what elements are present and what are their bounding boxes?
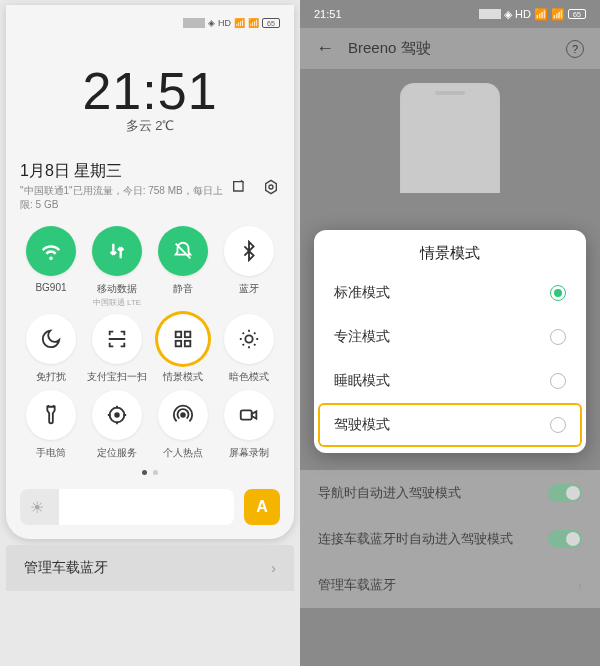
battery-icon: 65	[262, 18, 280, 28]
tile-label: 定位服务	[97, 446, 137, 460]
dialog-title: 情景模式	[314, 244, 586, 271]
row-label: 管理车载蓝牙	[24, 559, 108, 577]
data-usage-text: "中国联通1"已用流量，今日: 758 MB，每日上限: 5 GB	[20, 184, 230, 212]
tile-label: 个人热点	[163, 446, 203, 460]
bt-icon[interactable]	[224, 226, 274, 276]
svg-rect-3	[185, 332, 191, 338]
signal-icon: 📶	[534, 8, 548, 21]
hotspot-icon[interactable]	[158, 390, 208, 440]
page-indicator	[20, 470, 280, 475]
row-label: 导航时自动进入驾驶模式	[318, 484, 461, 502]
wifi-icon[interactable]	[26, 226, 76, 276]
weather-text: 多云 2℃	[20, 117, 280, 135]
svg-point-1	[269, 185, 273, 189]
scene-option[interactable]: 驾驶模式	[318, 403, 582, 447]
signal-icon: 📶	[234, 18, 245, 28]
tile-label: 手电筒	[36, 446, 66, 460]
page-header: ← Breeno 驾驶 ?	[300, 28, 600, 69]
tile-label: 暗色模式	[229, 370, 269, 384]
right-screen: 21:51 ◈ HD 📶 📶 65 ← Breeno 驾驶 ? 情景模式 标准模…	[300, 0, 600, 666]
svg-point-6	[245, 335, 252, 342]
radio-icon	[550, 417, 566, 433]
svg-rect-5	[185, 341, 191, 347]
toggle-switch[interactable]	[548, 484, 582, 502]
row-label: 连接车载蓝牙时自动进入驾驶模式	[318, 530, 513, 548]
tile-label: 免打扰	[36, 370, 66, 384]
tile-label: 静音	[173, 282, 193, 296]
tile-label: 移动数据	[97, 282, 137, 296]
tile-scene[interactable]: 情景模式	[152, 314, 214, 384]
rec-icon[interactable]	[224, 390, 274, 440]
signal-icon: 📶	[551, 8, 565, 21]
setting-row[interactable]: 连接车载蓝牙时自动进入驾驶模式	[300, 516, 600, 562]
tile-mute[interactable]: 静音	[152, 226, 214, 308]
auto-brightness-button[interactable]: A	[244, 489, 280, 525]
scene-icon[interactable]	[158, 314, 208, 364]
help-icon[interactable]: ?	[566, 40, 584, 58]
tile-label: 屏幕录制	[229, 446, 269, 460]
settings-icon[interactable]	[262, 178, 280, 196]
scene-option[interactable]: 睡眠模式	[314, 359, 586, 403]
toggle-switch[interactable]	[548, 530, 582, 548]
battery-icon: 65	[568, 9, 586, 19]
edit-icon[interactable]	[230, 178, 248, 196]
phone-illustration	[400, 83, 500, 193]
tile-rec[interactable]: 屏幕录制	[218, 390, 280, 460]
radio-icon	[550, 285, 566, 301]
tile-label: BG901	[35, 282, 66, 293]
page-title: Breeno 驾驶	[348, 39, 552, 58]
tile-loc[interactable]: 定位服务	[86, 390, 148, 460]
svg-rect-2	[176, 332, 182, 338]
left-screen: ◈ HD 📶 📶 65 21:51 多云 2℃ 1月8日 星期三 "中国联通1"…	[0, 0, 300, 666]
chevron-right-icon: ›	[271, 560, 276, 576]
tile-torch[interactable]: 手电筒	[20, 390, 82, 460]
dnd-icon[interactable]	[26, 314, 76, 364]
tile-wifi[interactable]: BG901	[20, 226, 82, 308]
tile-hotspot[interactable]: 个人热点	[152, 390, 214, 460]
brightness-slider[interactable]: ☀	[20, 489, 234, 525]
status-time: 21:51	[314, 8, 342, 20]
loc-icon[interactable]	[92, 390, 142, 440]
wifi-icon: ◈	[208, 18, 215, 28]
svg-rect-10	[241, 410, 252, 419]
manage-bluetooth-row[interactable]: 管理车载蓝牙 ›	[6, 545, 294, 591]
torch-icon[interactable]	[26, 390, 76, 440]
tile-label: 支付宝扫一扫	[87, 370, 147, 384]
tile-label: 情景模式	[163, 370, 203, 384]
scan-icon[interactable]	[92, 314, 142, 364]
mute-icon[interactable]	[158, 226, 208, 276]
radio-icon	[550, 329, 566, 345]
scene-mode-dialog: 情景模式 标准模式专注模式睡眠模式驾驶模式	[314, 230, 586, 453]
dark-icon[interactable]	[224, 314, 274, 364]
status-bar: 21:51 ◈ HD 📶 📶 65	[300, 0, 600, 28]
tile-scan[interactable]: 支付宝扫一扫	[86, 314, 148, 384]
row-label: 管理车载蓝牙	[318, 576, 396, 594]
option-label: 驾驶模式	[334, 416, 390, 434]
svg-marker-0	[266, 180, 277, 193]
option-label: 专注模式	[334, 328, 390, 346]
status-bar: ◈ HD 📶 📶 65	[20, 13, 280, 33]
scene-option[interactable]: 专注模式	[314, 315, 586, 359]
setting-row[interactable]: 导航时自动进入驾驶模式	[300, 470, 600, 516]
scene-option[interactable]: 标准模式	[314, 271, 586, 315]
brightness-icon: ☀	[30, 498, 44, 517]
clock: 21:51	[20, 61, 280, 121]
svg-point-8	[115, 413, 119, 417]
back-icon[interactable]: ←	[316, 38, 334, 59]
tile-dnd[interactable]: 免打扰	[20, 314, 82, 384]
option-label: 标准模式	[334, 284, 390, 302]
option-label: 睡眠模式	[334, 372, 390, 390]
svg-rect-4	[176, 341, 182, 347]
signal-icon: 📶	[248, 18, 259, 28]
tile-bt[interactable]: 蓝牙	[218, 226, 280, 308]
svg-point-9	[181, 413, 185, 417]
data-icon[interactable]	[92, 226, 142, 276]
setting-row[interactable]: 管理车载蓝牙›	[300, 562, 600, 608]
tile-sublabel: 中国联通 LTE	[93, 297, 141, 308]
tile-data[interactable]: 移动数据中国联通 LTE	[86, 226, 148, 308]
date-text: 1月8日 星期三	[20, 161, 230, 182]
quick-tiles-grid: BG901移动数据中国联通 LTE静音蓝牙免打扰支付宝扫一扫情景模式暗色模式手电…	[20, 226, 280, 460]
tile-dark[interactable]: 暗色模式	[218, 314, 280, 384]
wifi-icon: ◈	[504, 8, 512, 21]
tile-label: 蓝牙	[239, 282, 259, 296]
